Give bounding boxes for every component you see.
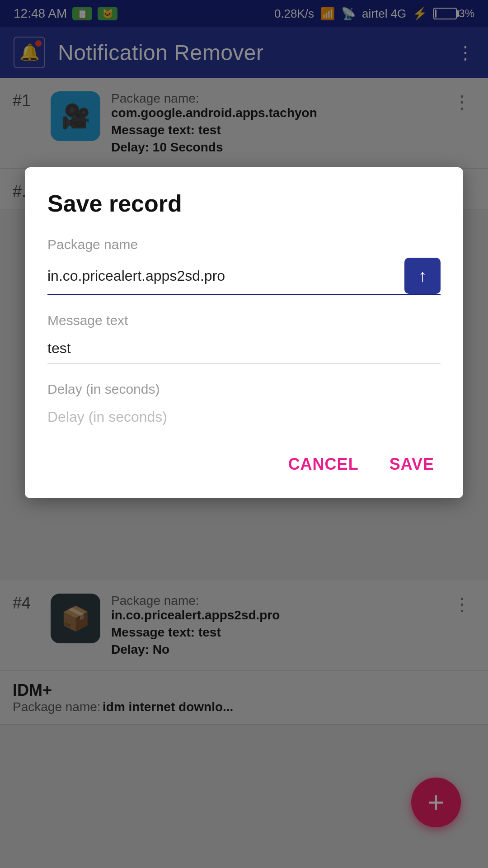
package-name-field-row: ↑ — [47, 258, 441, 295]
upload-button[interactable]: ↑ — [404, 258, 441, 294]
delay-input[interactable] — [47, 402, 441, 432]
package-name-label: Package name — [47, 237, 441, 252]
delay-label: Delay (in seconds) — [47, 382, 441, 397]
save-button[interactable]: SAVE — [383, 450, 441, 478]
message-text-input[interactable] — [47, 334, 441, 363]
save-record-dialog: Save record Package name ↑ Message text … — [25, 167, 463, 498]
message-text-label: Message text — [47, 313, 441, 328]
dialog-title: Save record — [47, 190, 441, 217]
package-name-input[interactable] — [47, 261, 398, 291]
delay-field-row — [47, 402, 441, 432]
dialog-actions: CANCEL SAVE — [47, 450, 441, 478]
upload-arrow-icon: ↑ — [418, 266, 427, 286]
message-text-field-row — [47, 334, 441, 363]
cancel-button[interactable]: CANCEL — [282, 450, 365, 478]
